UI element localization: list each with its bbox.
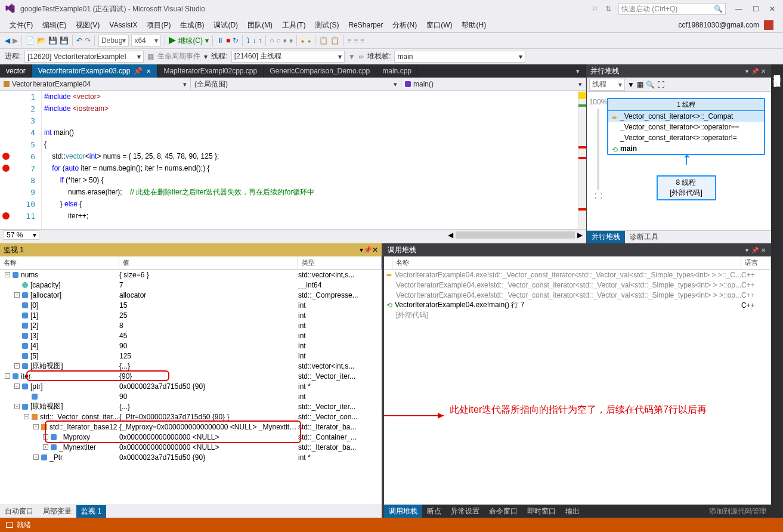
save-icon[interactable]: 💾 [48, 36, 57, 45]
pin-icon[interactable]: 📌 [751, 247, 759, 253]
stop-icon[interactable]: ■ [226, 36, 230, 45]
watch-row[interactable]: [0]15int [0, 300, 382, 310]
tab-command[interactable]: 命令窗口 [484, 505, 522, 518]
watch-row[interactable]: 90int [0, 391, 382, 401]
step-out-icon[interactable]: ↑ [258, 36, 262, 45]
watch-row[interactable]: [2]8int [0, 320, 382, 330]
tool-icon[interactable]: ≡ [354, 36, 358, 45]
filter-icon[interactable]: ▼ [348, 52, 355, 61]
fit-icon[interactable]: ⛶ [595, 192, 602, 200]
menu-vassist[interactable]: VAssistX [104, 21, 142, 29]
close-panel-icon[interactable]: ✕ [759, 247, 767, 253]
tab-output[interactable]: 输出 [561, 505, 584, 518]
tab-watch[interactable]: 监视 1 [76, 505, 106, 518]
redo-icon[interactable]: ↷ [85, 36, 91, 45]
callstack-list[interactable]: ➨VectorIteratorExample04.exe!std::_Vecto… [384, 270, 771, 505]
step-into-icon[interactable]: ↓ [252, 36, 256, 45]
tool-icon[interactable]: ≡ [347, 36, 351, 45]
nav-func[interactable]: main()▾ [401, 78, 586, 90]
step-over-icon[interactable]: ⤵ [246, 36, 250, 45]
config-dropdown[interactable]: Debug▾ [98, 35, 129, 47]
watch-row[interactable]: −iter{90}std::_Vector_iter... [0, 371, 382, 381]
source-control-link[interactable]: 添加到源代码管理 [584, 506, 771, 516]
dropdown-icon[interactable]: ▾ [742, 247, 751, 253]
close-button[interactable]: ✕ [766, 5, 778, 13]
pin-icon[interactable]: 📌 [751, 68, 759, 75]
watch-row[interactable]: [4]90int [0, 341, 382, 351]
callstack-row[interactable]: ➨VectorIteratorExample04.exe!std::_Vecto… [384, 270, 771, 280]
tab-main[interactable]: main.cpp [376, 64, 418, 78]
quick-launch-input[interactable]: 快速启动 (Ctrl+Q) 🔍 [618, 3, 726, 15]
tool-icon[interactable]: ○ [277, 36, 281, 45]
maximize-button[interactable]: ☐ [750, 5, 762, 13]
watch-row[interactable]: −[原始视图]{...}std::_Vector_iter... [0, 401, 382, 412]
tool-icon[interactable]: ⬥ [307, 36, 311, 45]
tab-immediate[interactable]: 即时窗口 [522, 505, 561, 518]
minimize-button[interactable]: — [733, 5, 745, 13]
col-type[interactable]: 类型 [298, 256, 382, 269]
pin-icon[interactable]: 📌 [363, 246, 372, 254]
watch-row[interactable]: −nums{ size=6 }std::vector<int,s... [0, 270, 382, 280]
undo-icon[interactable]: ↶ [76, 36, 82, 45]
tree-toggle-icon[interactable]: + [43, 434, 48, 440]
menu-edit[interactable]: 编辑(E) [38, 20, 71, 30]
scroll-left-icon[interactable]: ◀ [448, 231, 453, 239]
arrows-icon[interactable]: ⇅ [605, 5, 611, 13]
platform-dropdown[interactable]: x64▾ [131, 35, 161, 47]
expand-icon[interactable]: ⛶ [657, 81, 664, 89]
close-panel-icon[interactable]: ✕ [759, 68, 767, 75]
tree-toggle-icon[interactable]: − [14, 404, 20, 409]
continue-button[interactable]: 继续(C) ▾ [169, 36, 209, 46]
nav-project[interactable]: VectorIteratorExample04▾ [0, 78, 191, 90]
tab-parallel-stacks[interactable]: 并行堆栈 [587, 231, 625, 243]
external-threads-box[interactable]: 8 线程 [外部代码] [657, 175, 716, 200]
tab-generic[interactable]: GenericComparison_Demo.cpp [264, 64, 376, 78]
user-email[interactable]: ccf19881030@gmail.com [678, 21, 759, 29]
stackframe-dropdown[interactable]: main▾ [394, 51, 525, 63]
watch-row[interactable]: [1]25int [0, 310, 382, 320]
thread-dropdown[interactable]: [21460] 主线程▾ [231, 51, 345, 63]
zoom-dropdown[interactable]: 57 %▾ [4, 230, 39, 240]
watch-row[interactable]: −std::_Vector_const_iter...{_Ptr=0x00000… [0, 412, 382, 422]
breakpoint-icon[interactable] [2, 153, 10, 160]
tool-icon[interactable]: ♦ [283, 36, 287, 45]
open-icon[interactable]: 📂 [37, 36, 46, 45]
menu-team[interactable]: 团队(M) [243, 20, 277, 30]
watch-row[interactable]: +[allocator]allocatorstd::_Compresse... [0, 290, 382, 300]
menu-test[interactable]: 测试(S) [310, 20, 343, 30]
restart-icon[interactable]: ↻ [233, 36, 239, 45]
save-all-icon[interactable]: 💾 [60, 36, 69, 45]
zoom-icon[interactable]: 🔍 [646, 81, 655, 89]
breakpoint-icon[interactable] [2, 212, 10, 219]
menu-build[interactable]: 生成(B) [175, 20, 209, 30]
tree-toggle-icon[interactable]: − [33, 424, 39, 429]
pin-icon[interactable]: 📌 [134, 67, 143, 75]
parallel-filter[interactable]: 线程▾ [589, 79, 625, 91]
menu-project[interactable]: 项目(P) [142, 20, 175, 30]
tree-toggle-icon[interactable]: + [14, 363, 20, 369]
scroll-right-icon[interactable]: ▶ [577, 231, 583, 239]
tool-icon[interactable]: 📋 [319, 36, 328, 45]
flag-icon[interactable]: ⚐ [592, 5, 598, 13]
code-editor[interactable]: 1 2 3 4 5 6 7 8 9 10 11 #include <vector… [0, 91, 586, 229]
menu-resharper[interactable]: ReSharper [343, 21, 388, 29]
tree-toggle-icon[interactable]: + [43, 444, 48, 450]
link-icon[interactable]: ∞ [359, 52, 364, 61]
dropdown-icon[interactable]: ▾ [742, 68, 751, 75]
tab-callstack[interactable]: 调用堆栈 [384, 505, 422, 518]
tab-diagnostics[interactable]: 诊断工具 [625, 231, 663, 243]
close-panel-icon[interactable]: ✕ [372, 246, 378, 254]
tab-exceptions[interactable]: 异常设置 [446, 505, 484, 518]
watch-row[interactable]: −std::_Iterator_base12{_Myproxy=0x000000… [0, 422, 382, 432]
tab-autos[interactable]: 自动窗口 [0, 505, 38, 518]
watch-row[interactable]: [capacity]7__int64 [0, 280, 382, 290]
tab-active[interactable]: VectorIteratorExample03.cpp 📌 ✕ [32, 64, 158, 78]
col-value[interactable]: 值 [119, 256, 298, 269]
watch-row[interactable]: +_Mynextiter0x0000000000000000 <NULL>std… [0, 442, 382, 452]
watch-row[interactable]: +[原始视图]{...}std::vector<int,s... [0, 361, 382, 371]
col-name[interactable]: 名称 [0, 256, 119, 269]
tree-toggle-icon[interactable]: − [5, 272, 10, 277]
callstack-row[interactable]: ⟲VectorIteratorExample04.exe!main() 行 7C… [384, 300, 771, 310]
tool-icon[interactable]: 📋 [330, 36, 339, 45]
callstack-row[interactable]: [外部代码] [384, 310, 771, 320]
